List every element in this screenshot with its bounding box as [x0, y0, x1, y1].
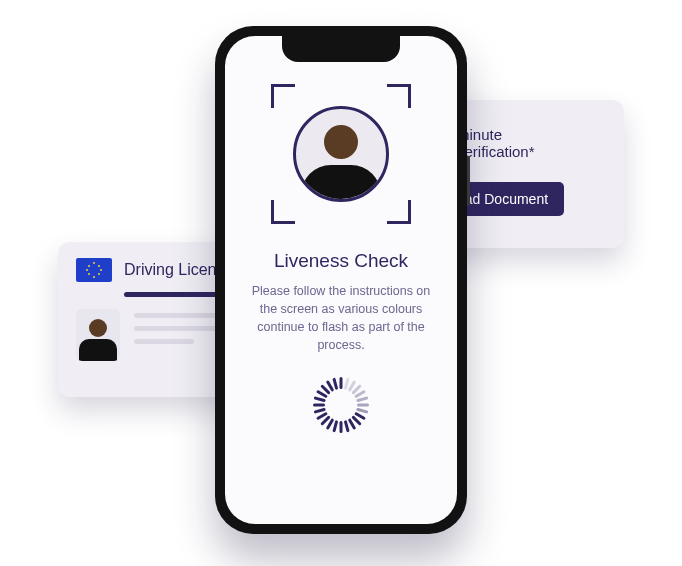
composition: Driving Licence 3 minute verification* U…: [0, 0, 682, 566]
phone-notch: [282, 36, 400, 62]
eu-flag-icon: [76, 258, 112, 282]
frame-corner-icon: [387, 200, 411, 224]
face-capture-frame: [271, 84, 411, 224]
licence-photo: [76, 309, 120, 361]
frame-corner-icon: [271, 200, 295, 224]
face-circle: [293, 106, 389, 202]
phone-screen: Liveness Check Please follow the instruc…: [225, 36, 457, 524]
liveness-description: Please follow the instructions on the sc…: [225, 282, 457, 355]
frame-corner-icon: [271, 84, 295, 108]
phone-mockup: Liveness Check Please follow the instruc…: [215, 26, 467, 534]
frame-corner-icon: [387, 84, 411, 108]
verification-word-minute: minute: [457, 126, 535, 143]
loading-spinner-icon: [313, 377, 369, 433]
liveness-title: Liveness Check: [274, 250, 408, 272]
